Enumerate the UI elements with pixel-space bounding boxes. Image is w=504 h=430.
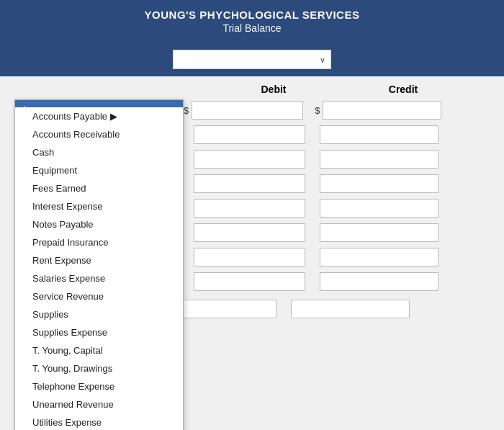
credit-input-5[interactable] bbox=[320, 199, 438, 218]
debit-input-2[interactable] bbox=[194, 125, 305, 144]
dropdown-item-accounts-payable[interactable]: Accounts Payable ▶ bbox=[15, 107, 183, 125]
account-dropdown[interactable]: Accounts Payable ▶ Accounts Receivable C… bbox=[14, 99, 184, 430]
credit-input-4[interactable] bbox=[320, 174, 438, 193]
dropdown-item-notes-payable[interactable]: Notes Payable bbox=[15, 215, 183, 233]
debit-input-7[interactable] bbox=[194, 248, 305, 266]
dropdown-item-telephone-expense[interactable]: Telephone Expense bbox=[15, 377, 183, 395]
main-account-select[interactable]: Accounts Payable Accounts Receivable Cas… bbox=[173, 50, 331, 69]
dropdown-item-blank[interactable] bbox=[15, 100, 183, 107]
dropdown-item-service-revenue[interactable]: Service Revenue bbox=[15, 287, 183, 305]
company-name: YOUNG'S PHYCHOLOGICAL SERVICES bbox=[7, 9, 497, 21]
debit-input-8[interactable] bbox=[194, 272, 305, 291]
credit-input-2[interactable] bbox=[320, 125, 438, 144]
debit-input-4[interactable] bbox=[194, 174, 305, 193]
dropdown-item-interest-expense[interactable]: Interest Expense bbox=[15, 197, 183, 215]
page-title: Trial Balance bbox=[7, 22, 497, 34]
credit-header: Credit bbox=[338, 84, 468, 95]
debit-input-1[interactable] bbox=[192, 101, 303, 120]
credit-input-7[interactable] bbox=[320, 248, 438, 266]
credit-dollar-sign: $ bbox=[315, 105, 320, 116]
main-account-select-wrapper: Accounts Payable Accounts Receivable Cas… bbox=[173, 50, 331, 69]
credit-input-1[interactable] bbox=[323, 101, 441, 120]
dropdown-item-accounts-receivable[interactable]: Accounts Receivable bbox=[15, 125, 183, 143]
dropdown-item-salaries-expense[interactable]: Salaries Expense bbox=[15, 269, 183, 287]
rows-area: $ $ Accounts Payable ▶ Accounts Receivab… bbox=[14, 99, 490, 292]
credit-input-bottom[interactable] bbox=[291, 300, 410, 318]
dropdown-item-t-young-capital[interactable]: T. Young, Capital bbox=[15, 341, 183, 359]
debit-dollar-sign: $ bbox=[184, 105, 189, 116]
dropdown-item-utilities-expense[interactable]: Utilities Expense bbox=[15, 413, 183, 430]
dropdown-item-supplies[interactable]: Supplies bbox=[15, 305, 183, 323]
dropdown-item-rent-expense[interactable]: Rent Expense bbox=[15, 251, 183, 269]
dropdown-item-fees-earned[interactable]: Fees Earned bbox=[15, 179, 183, 197]
dropdown-item-equipment[interactable]: Equipment bbox=[15, 161, 183, 179]
debit-input-5[interactable] bbox=[194, 199, 305, 218]
credit-input-8[interactable] bbox=[320, 272, 438, 291]
dropdown-item-supplies-expense[interactable]: Supplies Expense bbox=[15, 323, 183, 341]
dropdown-item-prepaid-insurance[interactable]: Prepaid Insurance bbox=[15, 233, 183, 251]
top-select-row: Accounts Payable Accounts Receivable Cas… bbox=[0, 44, 504, 76]
header: YOUNG'S PHYCHOLOGICAL SERVICES Trial Bal… bbox=[0, 0, 504, 44]
column-headers: Debit Credit bbox=[14, 84, 490, 95]
credit-input-3[interactable] bbox=[320, 150, 438, 169]
dropdown-item-cash[interactable]: Cash bbox=[15, 143, 183, 161]
debit-header: Debit bbox=[209, 84, 338, 95]
dropdown-item-unearned-revenue[interactable]: Unearned Revenue bbox=[15, 395, 183, 413]
dropdown-item-t-young-drawings[interactable]: T. Young, Drawings bbox=[15, 359, 183, 377]
credit-input-6[interactable] bbox=[320, 223, 438, 242]
debit-input-3[interactable] bbox=[194, 150, 305, 169]
main-content: Debit Credit $ $ Accounts Payable ▶ Acco… bbox=[0, 76, 504, 430]
debit-input-6[interactable] bbox=[194, 223, 305, 242]
